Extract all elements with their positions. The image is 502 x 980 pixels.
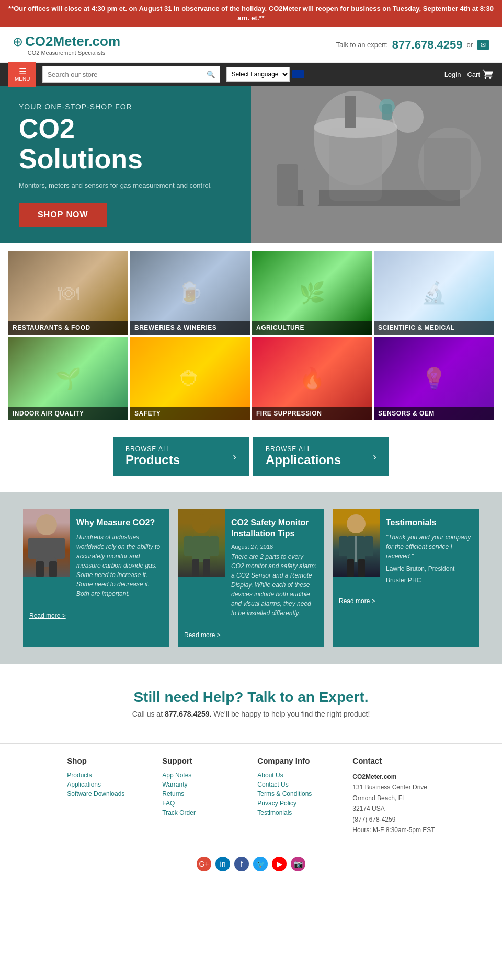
svg-rect-9 xyxy=(277,164,298,206)
svg-rect-23 xyxy=(192,559,199,577)
man-dark-svg xyxy=(178,509,225,577)
navbar: ☰ MENU 🔍 Select Language Login Cart xyxy=(0,63,502,86)
help-section: Still need Help? Talk to an Expert. Call… xyxy=(0,664,502,743)
browse-section: BROWSE ALL Products › BROWSE ALL Applica… xyxy=(0,429,502,484)
info-card-image-man-suit xyxy=(333,509,380,577)
svg-rect-4 xyxy=(345,96,356,128)
footer-support-title: Support xyxy=(162,756,241,765)
svg-point-19 xyxy=(192,514,211,533)
social-facebook[interactable]: f xyxy=(234,857,249,871)
info-card-co2-safety: CO2 Safety Monitor Installation Tips Aug… xyxy=(178,509,324,647)
footer-link-applications[interactable]: Applications xyxy=(67,781,145,788)
logo-area[interactable]: ⊕ CO2Meter.com CO2 Measurement Specialis… xyxy=(13,33,120,56)
footer-link-about[interactable]: About Us xyxy=(257,771,336,779)
social-twitter[interactable]: 🐦 xyxy=(253,857,268,871)
why-measure-read-more[interactable]: Read more > xyxy=(29,612,66,619)
login-button[interactable]: Login xyxy=(444,71,461,78)
browse-products-text: BROWSE ALL Products xyxy=(126,445,180,467)
flag-icon xyxy=(292,70,304,78)
footer-address-line1: 131 Business Center Drive xyxy=(352,783,427,791)
browse-applications-arrow: › xyxy=(373,451,376,463)
footer-link-testimonials[interactable]: Testimonials xyxy=(257,809,336,816)
contact-prefix: Talk to an expert: xyxy=(336,41,388,49)
restaurants-icon: 🍽 xyxy=(58,281,79,305)
category-fire[interactable]: 🔥 FIRE SUPPRESSION xyxy=(252,337,372,420)
footer-shop-title: Shop xyxy=(67,756,145,765)
svg-rect-10 xyxy=(303,169,319,206)
testimonials-read-more[interactable]: Read more > xyxy=(339,597,375,605)
footer-address-phone[interactable]: (877) 678-4259 xyxy=(352,816,395,823)
category-safety[interactable]: ⛑ SAFETY xyxy=(130,337,250,420)
footer-link-appnotes[interactable]: App Notes xyxy=(162,771,241,779)
svg-rect-28 xyxy=(339,536,348,556)
sensors-icon: 💡 xyxy=(421,366,447,391)
svg-rect-21 xyxy=(184,536,193,556)
category-scientific[interactable]: 🔬 SCIENTIFIC & MEDICAL xyxy=(374,251,494,335)
footer-link-contact[interactable]: Contact Us xyxy=(257,781,336,788)
shop-now-button[interactable]: SHOP NOW xyxy=(19,203,107,227)
header-contact: Talk to an expert: 877.678.4259 or ✉ xyxy=(336,38,489,52)
help-title: Still need Help? Talk to an Expert. xyxy=(13,689,489,706)
footer-contact-title: Contact xyxy=(352,756,435,765)
category-label-agriculture: AGRICULTURE xyxy=(252,321,372,335)
info-card-image-man-dark xyxy=(178,509,225,577)
footer-link-returns[interactable]: Returns xyxy=(162,790,241,798)
svg-rect-12 xyxy=(382,104,392,120)
footer-link-terms[interactable]: Terms & Conditions xyxy=(257,790,336,798)
svg-rect-20 xyxy=(192,536,210,562)
category-indoor[interactable]: 🌱 INDOOR AIR QUALITY xyxy=(8,337,128,420)
help-phone[interactable]: 877.678.4259. xyxy=(165,710,212,718)
info-card-why-measure: Why Measure CO2? Hundreds of industries … xyxy=(23,509,169,647)
hero-section: YOUR ONE-STOP-SHOP FOR CO2 Solutions Mon… xyxy=(0,86,502,243)
category-label-fire: FIRE SUPPRESSION xyxy=(252,407,372,420)
svg-rect-22 xyxy=(209,536,219,556)
social-instagram[interactable]: 📷 xyxy=(291,857,305,871)
man-suit-svg xyxy=(333,509,380,577)
cart-button[interactable]: Cart xyxy=(467,68,494,80)
footer-link-privacy[interactable]: Privacy Policy xyxy=(257,800,336,807)
social-google[interactable]: G+ xyxy=(197,857,211,871)
co2-safety-date: August 27, 2018 xyxy=(231,544,318,550)
browse-applications-button[interactable]: BROWSE ALL Applications › xyxy=(253,437,389,476)
email-icon[interactable]: ✉ xyxy=(477,40,489,50)
menu-button[interactable]: ☰ MENU xyxy=(8,62,36,87)
svg-rect-29 xyxy=(364,536,373,556)
header-phone[interactable]: 877.678.4259 xyxy=(392,38,463,52)
social-youtube[interactable]: ▶ xyxy=(272,857,287,871)
testimonials-title: Testimonials xyxy=(386,517,473,528)
footer-link-products[interactable]: Products xyxy=(67,771,145,779)
category-breweries[interactable]: 🍺 BREWERIES & WINERIES xyxy=(130,251,250,335)
footer-col-company: Company Info About Us Contact Us Terms &… xyxy=(257,756,336,835)
footer-link-trackorder[interactable]: Track Order xyxy=(162,809,241,816)
search-button[interactable]: 🔍 xyxy=(207,71,215,78)
svg-point-8 xyxy=(392,101,424,133)
search-bar: 🔍 xyxy=(42,66,220,83)
info-card-content-testimonials: Testimonials "Thank you and your company… xyxy=(380,509,479,592)
or-text: or xyxy=(466,41,473,49)
info-card-testimonials: Testimonials "Thank you and your company… xyxy=(333,509,479,647)
why-measure-body: Hundreds of industries worldwide rely on… xyxy=(76,533,163,598)
svg-rect-18 xyxy=(49,561,57,577)
co2-safety-body: There are 2 parts to every CO2 monitor a… xyxy=(231,552,318,618)
co2-safety-read-more[interactable]: Read more > xyxy=(184,631,221,639)
footer-link-software[interactable]: Software Downloads xyxy=(67,790,145,798)
testimonial-quote: "Thank you and your company for the effi… xyxy=(386,533,473,561)
social-linkedin[interactable]: in xyxy=(215,857,230,871)
category-restaurants[interactable]: 🍽 RESTAURANTS & FOOD xyxy=(8,251,128,335)
hero-subtitle: Monitors, meters and sensors for gas mea… xyxy=(19,180,232,191)
category-label-indoor: INDOOR AIR QUALITY xyxy=(8,407,128,420)
indoor-icon: 🌱 xyxy=(55,366,82,391)
category-agriculture[interactable]: 🌿 AGRICULTURE xyxy=(252,251,372,335)
footer-address-hours: Hours: M-F 8:30am-5pm EST xyxy=(352,826,435,834)
category-sensors[interactable]: 💡 SENSORS & OEM xyxy=(374,337,494,420)
footer-col-shop: Shop Products Applications Software Down… xyxy=(67,756,145,835)
search-input[interactable] xyxy=(47,71,207,78)
announcement-bar: **Our offices will close at 4:30 pm et. … xyxy=(0,0,502,27)
footer-link-faq[interactable]: FAQ xyxy=(162,800,241,807)
browse-products-button[interactable]: BROWSE ALL Products › xyxy=(113,437,249,476)
info-card-footer-safety: Read more > xyxy=(178,626,324,647)
language-dropdown[interactable]: Select Language xyxy=(226,67,290,82)
footer-link-warranty[interactable]: Warranty xyxy=(162,781,241,788)
fire-icon: 🔥 xyxy=(299,366,325,391)
testimonial-author: Lawrie Bruton, President xyxy=(386,565,473,572)
